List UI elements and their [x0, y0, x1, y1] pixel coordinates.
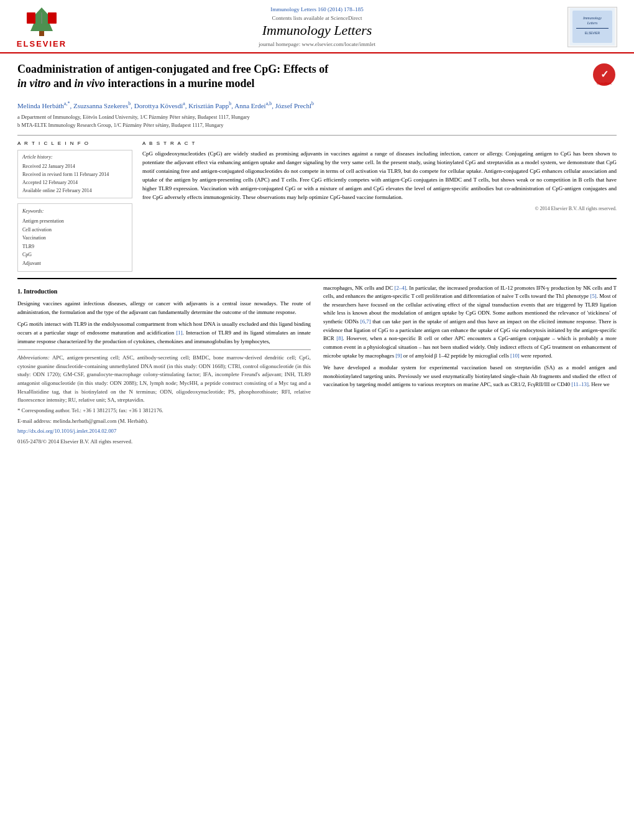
keyword-2: Cell activation	[22, 226, 127, 234]
right-para1: macrophages, NK cells and DC [2–4]. In p…	[323, 284, 617, 361]
elsevier-branding: ELSEVIER	[7, 5, 76, 48]
article-history-box: Article history: Received 22 January 201…	[17, 150, 132, 198]
ref-1[interactable]: [1]	[176, 330, 182, 336]
section1-para1: Designing vaccines against infectious di…	[17, 300, 311, 316]
email-label: E-mail address: melinda.herbath@gmail.co…	[17, 418, 148, 424]
ref-9[interactable]: [9]	[395, 353, 402, 359]
crossmark-icon[interactable]: ✓ CrossMark	[592, 62, 617, 87]
journal-title: Immunology Letters	[262, 22, 372, 39]
keyword-5: CpG	[22, 251, 127, 259]
contents-available: Contents lists available at ScienceDirec…	[272, 15, 362, 21]
svg-rect-10	[576, 28, 609, 29]
affiliation-b: b MTA-ELTE Immunology Research Group, 1/…	[17, 121, 617, 129]
section1-heading: 1. Introduction	[17, 287, 311, 297]
history-label: Article history:	[22, 154, 127, 162]
journal-logo-image: Immunology Letters ELSEVIER	[567, 7, 617, 47]
elsevier-wordmark: ELSEVIER	[17, 39, 67, 48]
homepage-label: journal homepage: www.elsevier.com/locat…	[259, 41, 375, 47]
elsevier-tree-icon	[23, 5, 60, 39]
svg-text:✓: ✓	[600, 69, 609, 80]
keywords-box: Keywords: Antigen presentation Cell acti…	[17, 203, 132, 271]
article-info-header: A R T I C L E I N F O	[17, 141, 132, 146]
divider-main	[17, 278, 617, 279]
journal-logo-area: Immunology Letters ELSEVIER	[558, 5, 627, 48]
svg-rect-3	[27, 12, 35, 24]
abbreviations-label: Abbreviations:	[17, 354, 50, 361]
abbreviations: Abbreviations: APC, antigen-presenting c…	[17, 354, 311, 405]
abstract-column: A B S T R A C T CpG oligodeoxynucleotide…	[142, 141, 617, 271]
keyword-1: Antigen presentation	[22, 217, 127, 226]
svg-text:Letters: Letters	[587, 21, 598, 25]
received-date: Received 22 January 2014	[22, 163, 127, 171]
affiliations: a Department of Immunology, Eötvös Lorán…	[17, 113, 617, 129]
svg-rect-4	[48, 12, 57, 24]
authors-list: Melinda Herbátha,*, Zsuzsanna Szekeresb,…	[17, 100, 617, 111]
affiliation-a: a Department of Immunology, Eötvös Lorán…	[17, 113, 617, 121]
ref-10[interactable]: [10]	[510, 353, 520, 359]
ref-8[interactable]: [8]	[336, 335, 342, 341]
abstract-text: CpG oligodeoxynucleotides (CpG) are wide…	[142, 150, 617, 202]
doi-link[interactable]: http://dx.doi.org/10.1016/j.imlet.2014.0…	[17, 428, 116, 434]
ref-11-13[interactable]: [11–13]	[571, 381, 589, 387]
page: ELSEVIER Immunology Letters 160 (2014) 1…	[0, 0, 634, 840]
journal-header-center: Immunology Letters 160 (2014) 178–185 Co…	[82, 5, 552, 48]
ref-6-7[interactable]: [6,7]	[361, 318, 371, 325]
doi-line[interactable]: http://dx.doi.org/10.1016/j.imlet.2014.0…	[17, 427, 311, 436]
body-left-column: 1. Introduction Designing vaccines again…	[17, 284, 311, 448]
issn-copyright: 0165-2478/© 2014 Elsevier B.V. All right…	[17, 438, 311, 446]
journal-homepage[interactable]: journal homepage: www.elsevier.com/locat…	[259, 41, 375, 47]
keyword-4: TLR9	[22, 242, 127, 251]
keywords-label: Keywords:	[22, 207, 127, 216]
email-address: E-mail address: melinda.herbath@gmail.co…	[17, 417, 311, 426]
abstract-copyright: © 2014 Elsevier B.V. All rights reserved…	[142, 206, 617, 211]
svg-text:Immunology: Immunology	[582, 16, 602, 20]
article-info-column: A R T I C L E I N F O Article history: R…	[17, 141, 132, 271]
keyword-3: Vaccination	[22, 234, 127, 242]
abstract-header: A B S T R A C T	[142, 141, 617, 146]
article-title-section: Coadministration of antigen-conjugated a…	[17, 62, 617, 95]
article-info-abstract: A R T I C L E I N F O Article history: R…	[17, 141, 617, 271]
svg-text:CrossMark: CrossMark	[597, 81, 612, 85]
ref-2-4[interactable]: [2–4]	[395, 285, 407, 291]
body-right-column: macrophages, NK cells and DC [2–4]. In p…	[323, 284, 617, 448]
divider-1	[17, 135, 617, 136]
abbreviations-text: APC, antigen-presenting cell; ASC, antib…	[17, 354, 311, 403]
corresponding-author: * Corresponding author. Tel.: +36 1 3812…	[17, 407, 311, 415]
journal-header: ELSEVIER Immunology Letters 160 (2014) 1…	[0, 0, 634, 53]
ref-5[interactable]: [5]	[590, 293, 597, 299]
section1-para2: CpG motifs interact with TLR9 in the end…	[17, 320, 311, 346]
body-columns: 1. Introduction Designing vaccines again…	[17, 284, 617, 455]
svg-rect-7	[572, 11, 612, 43]
elsevier-logo: ELSEVIER	[17, 5, 67, 48]
article-content: Coadministration of antigen-conjugated a…	[0, 53, 634, 460]
accepted-date: Accepted 12 February 2014	[22, 179, 127, 187]
available-date: Available online 22 February 2014	[22, 187, 127, 195]
immunology-letters-logo-icon: Immunology Letters ELSEVIER	[570, 8, 615, 45]
footnotes-section: Abbreviations: APC, antigen-presenting c…	[17, 349, 311, 446]
svg-text:ELSEVIER: ELSEVIER	[585, 31, 600, 35]
article-title: Coadministration of antigen-conjugated a…	[17, 62, 586, 91]
journal-volume-info: Immunology Letters 160 (2014) 178–185	[270, 6, 363, 12]
svg-rect-2	[39, 31, 44, 36]
revised-date: Received in revised form 11 February 201…	[22, 171, 127, 179]
right-para2: We have developed a modular system for e…	[323, 364, 617, 389]
keyword-6: Adjuvant	[22, 259, 127, 268]
article-title-text: Coadministration of antigen-conjugated a…	[17, 62, 586, 95]
